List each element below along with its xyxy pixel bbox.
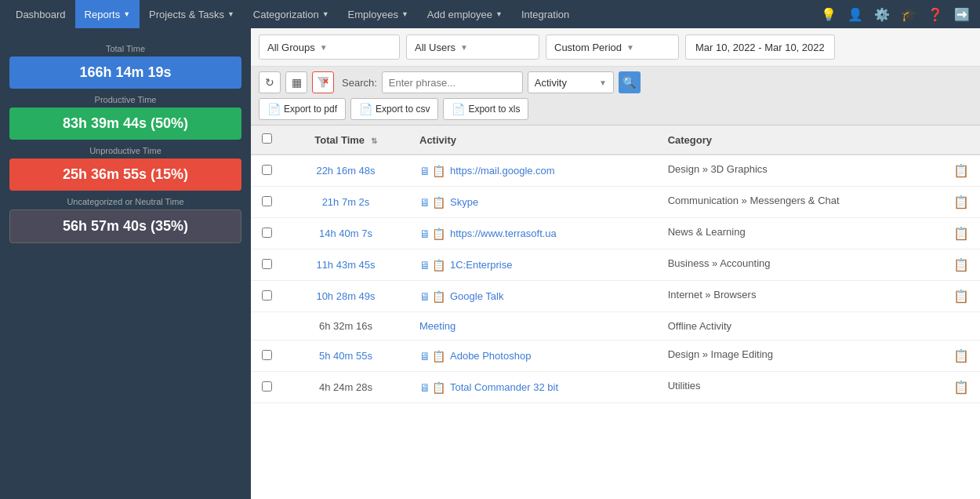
row-time: 11h 43m 45s xyxy=(283,250,408,281)
layout-button[interactable]: ▦ xyxy=(285,71,307,93)
users-filter[interactable]: All Users ▼ xyxy=(406,35,539,60)
nav-integration[interactable]: Integration xyxy=(512,0,579,28)
row-time: 22h 16m 48s xyxy=(283,155,408,187)
row-time: 6h 32m 16s xyxy=(283,312,408,341)
row-category: Internet » Browsers📋 xyxy=(657,281,980,312)
nav-add-employee[interactable]: Add employee ▼ xyxy=(418,0,512,28)
nav-projects-tasks[interactable]: Projects & Tasks ▼ xyxy=(140,0,244,28)
activity-header: Activity xyxy=(408,126,657,155)
row-checkbox[interactable] xyxy=(262,290,272,300)
help-icon[interactable]: ❓ xyxy=(924,2,947,26)
productive-time-block: Productive Time 83h 39m 44s (50%) xyxy=(9,95,241,140)
monitor-icon: 🖥 xyxy=(419,165,430,177)
export-pdf-button[interactable]: 📄 Export to pdf xyxy=(259,98,346,120)
period-filter[interactable]: Custom Period ▼ xyxy=(546,35,679,60)
groups-filter[interactable]: All Groups ▼ xyxy=(259,35,400,60)
neutral-time-value: 56h 57m 40s (35%) xyxy=(9,209,241,243)
chevron-down-icon: ▼ xyxy=(322,10,329,18)
date-range-display[interactable]: Mar 10, 2022 - Mar 10, 2022 xyxy=(685,35,835,60)
row-category: Offline Activity xyxy=(657,312,980,341)
filter-remove-button[interactable] xyxy=(312,71,334,93)
main-content: All Groups ▼ All Users ▼ Custom Period ▼… xyxy=(251,28,980,499)
row-action-icon[interactable]: 📋 xyxy=(953,163,969,178)
main-layout: Total Time 166h 14m 19s Productive Time … xyxy=(0,28,980,499)
row-activity: 🖥📋https://www.terrasoft.ua xyxy=(408,218,657,250)
lightbulb-icon[interactable]: 💡 xyxy=(817,2,840,26)
document-icon: 📋 xyxy=(432,228,445,240)
logout-icon[interactable]: ➡️ xyxy=(950,2,974,26)
document-icon: 📋 xyxy=(432,259,445,271)
activity-link[interactable]: Adobe Photoshop xyxy=(450,350,531,362)
chevron-down-icon: ▼ xyxy=(320,43,328,52)
category-header: Category xyxy=(657,126,980,155)
filter-bar: All Groups ▼ All Users ▼ Custom Period ▼… xyxy=(251,28,980,67)
chevron-down-icon: ▼ xyxy=(401,10,408,18)
row-activity: 🖥📋Adobe Photoshop xyxy=(408,341,657,372)
row-category: Business » Accounting📋 xyxy=(657,250,980,281)
table-row: 22h 16m 48s🖥📋https://mail.google.comDesi… xyxy=(251,155,980,187)
search-label: Search: xyxy=(342,77,377,89)
top-navigation: Dashboard Reports ▼ Projects & Tasks ▼ C… xyxy=(0,0,980,28)
activity-link[interactable]: https://www.terrasoft.ua xyxy=(450,228,557,239)
chevron-down-icon: ▼ xyxy=(460,43,468,52)
row-checkbox[interactable] xyxy=(262,196,272,206)
activity-link[interactable]: Google Talk xyxy=(450,290,503,302)
sidebar: Total Time 166h 14m 19s Productive Time … xyxy=(0,28,251,499)
monitor-icon: 🖥 xyxy=(419,196,430,209)
monitor-icon: 🖥 xyxy=(419,350,430,362)
select-all-checkbox[interactable] xyxy=(262,133,272,144)
row-category: News & Learning📋 xyxy=(657,218,980,250)
unproductive-time-label: Unproductive Time xyxy=(9,146,241,155)
search-type-dropdown[interactable]: Activity ▼ xyxy=(528,71,614,93)
total-time-value: 166h 14m 19s xyxy=(9,56,241,89)
total-time-label: Total Time xyxy=(9,44,241,53)
neutral-time-block: Uncategorized or Neutral Time 56h 57m 40… xyxy=(9,197,241,243)
row-checkbox[interactable] xyxy=(262,259,272,269)
refresh-button[interactable]: ↻ xyxy=(259,71,281,93)
row-checkbox[interactable] xyxy=(262,350,272,360)
activity-text: Total Commander 32 bit xyxy=(450,381,558,393)
user-icon[interactable]: 👤 xyxy=(844,2,867,26)
activity-link[interactable]: 1C:Enterprise xyxy=(450,259,512,271)
toolbar: ↻ ▦ Search: Activity ▼ 🔍 xyxy=(251,67,980,126)
row-action-icon[interactable]: 📋 xyxy=(953,226,969,241)
row-action-icon[interactable]: 📋 xyxy=(953,348,969,363)
chevron-down-icon: ▼ xyxy=(599,78,607,87)
settings-icon[interactable]: ⚙️ xyxy=(870,2,894,26)
row-activity: 🖥📋1C:Enterprise xyxy=(408,250,657,281)
chevron-down-icon: ▼ xyxy=(495,10,503,18)
document-icon: 📋 xyxy=(432,165,445,177)
export-xls-button[interactable]: 📄 Export to xls xyxy=(443,98,528,120)
xls-icon: 📄 xyxy=(452,103,465,115)
table-row: 21h 7m 2s🖥📋SkypeCommunication » Messenge… xyxy=(251,187,980,218)
row-checkbox[interactable] xyxy=(262,228,272,238)
row-time: 10h 28m 49s xyxy=(283,281,408,312)
row-checkbox[interactable] xyxy=(262,165,272,175)
search-input[interactable] xyxy=(382,71,523,93)
nav-categorization[interactable]: Categorization ▼ xyxy=(244,0,339,28)
data-table-container: Total Time ⇅ Activity Category 22h 16m 4… xyxy=(251,126,980,499)
monitor-icon: 🖥 xyxy=(419,259,430,271)
table-row: 4h 24m 28s🖥📋Total Commander 32 bitUtilit… xyxy=(251,372,980,403)
help-graduation-icon[interactable]: 🎓 xyxy=(897,2,920,26)
search-button[interactable]: 🔍 xyxy=(619,71,641,93)
row-time: 21h 7m 2s xyxy=(283,187,408,218)
nav-reports[interactable]: Reports ▼ xyxy=(75,0,140,28)
select-all-header[interactable] xyxy=(251,126,283,155)
row-checkbox[interactable] xyxy=(262,381,272,392)
nav-employees[interactable]: Employees ▼ xyxy=(339,0,418,28)
row-action-icon[interactable]: 📋 xyxy=(953,257,969,272)
toolbar-row-1: ↻ ▦ Search: Activity ▼ 🔍 xyxy=(259,71,972,93)
row-action-icon[interactable]: 📋 xyxy=(953,289,969,304)
monitor-icon: 🖥 xyxy=(419,381,430,394)
export-csv-button[interactable]: 📄 Export to csv xyxy=(350,98,438,120)
row-action-icon[interactable]: 📋 xyxy=(953,380,969,395)
nav-dashboard[interactable]: Dashboard xyxy=(6,0,75,28)
table-row: 5h 40m 55s🖥📋Adobe PhotoshopDesign » Imag… xyxy=(251,341,980,372)
total-time-block: Total Time 166h 14m 19s xyxy=(9,44,241,89)
total-time-header[interactable]: Total Time ⇅ xyxy=(283,126,408,155)
row-category: Communication » Messengers & Chat📋 xyxy=(657,187,980,218)
row-action-icon[interactable]: 📋 xyxy=(953,195,969,209)
activity-link[interactable]: Skype xyxy=(450,196,478,208)
activity-link[interactable]: https://mail.google.com xyxy=(450,165,555,177)
